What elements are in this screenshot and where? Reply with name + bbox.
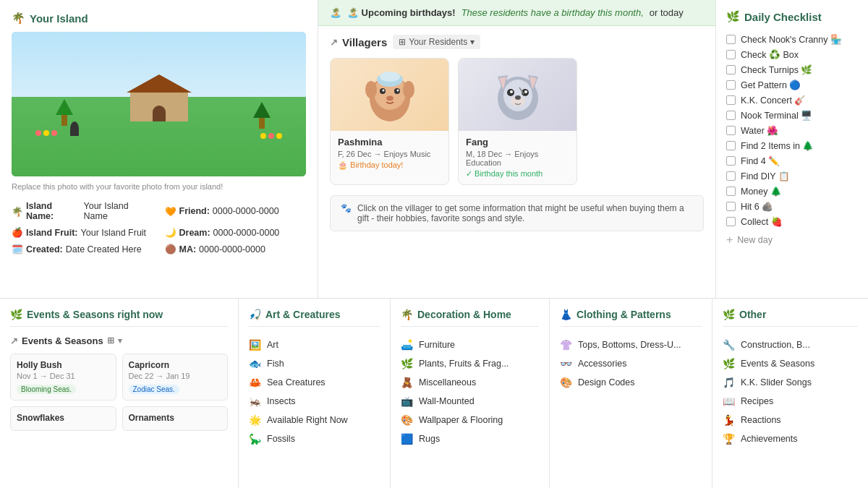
menu-item[interactable]: 🎨Wallpaper & Flooring <box>401 411 539 429</box>
villager-card-pashmina[interactable]: Pashmina F, 26 Dec → Enjoys Music 🎂 Birt… <box>330 58 449 185</box>
menu-item-icon: 🟦 <box>401 433 413 445</box>
bottom-row: 🌿 Events & Seasons right now ↗ Events & … <box>0 298 868 489</box>
menu-item[interactable]: 🎨Design Codes <box>560 373 702 392</box>
new-day-button[interactable]: + New day <box>726 229 858 247</box>
event-card[interactable]: Ornaments <box>122 406 229 431</box>
checklist-item-text: Find 4 ✏️ <box>741 155 780 166</box>
menu-item[interactable]: 🌿Events & Seasons <box>723 354 858 373</box>
checkbox-9[interactable] <box>726 171 736 181</box>
checkbox-0[interactable] <box>726 35 736 44</box>
house-body <box>130 93 188 121</box>
checklist-item[interactable]: K.K. Concert 🎸 <box>726 93 858 108</box>
checklist-item[interactable]: Find 2 Items in 🌲 <box>726 138 858 153</box>
checklist-item-text: Find DIY 📋 <box>741 171 790 181</box>
event-dates: Dec 22 → Jan 19 <box>129 372 222 380</box>
event-card[interactable]: Capricorn Dec 22 → Jan 19 Zodiac Seas. <box>122 354 229 401</box>
menu-item[interactable]: 🛋️Furniture <box>401 335 539 354</box>
checklist-item[interactable]: Collect 🍓 <box>726 214 858 229</box>
island-photo <box>12 32 306 176</box>
checklist-item[interactable]: Hit 6 🪨 <box>726 199 858 214</box>
checklist-item-text: Money 🌲 <box>741 186 782 197</box>
checkbox-7[interactable] <box>726 141 736 150</box>
checklist-item[interactable]: Check ♻️ Box <box>726 47 858 62</box>
checklist-item-text: Nook Terminal 🖥️ <box>741 110 812 121</box>
svg-point-8 <box>386 96 393 101</box>
events-header: ↗ Events & Seasons ⊞ ▾ <box>10 335 228 346</box>
checkbox-1[interactable] <box>726 50 736 59</box>
menu-item-icon: 🌿 <box>723 358 735 369</box>
villager-card-fang[interactable]: Fang M, 18 Dec → Enjoys Education ✓ Birt… <box>458 58 577 185</box>
svg-point-10 <box>380 72 400 82</box>
menu-item[interactable]: 🎵K.K. Slider Songs <box>723 373 858 392</box>
checklist-item[interactable]: Nook Terminal 🖥️ <box>726 108 858 123</box>
clothing-patterns-title: 👗 Clothing & Patterns <box>560 309 702 327</box>
menu-item[interactable]: 🧸Miscellaneous <box>401 373 539 392</box>
checkbox-6[interactable] <box>726 126 736 135</box>
house-roof <box>127 74 192 93</box>
checkbox-4[interactable] <box>726 95 736 105</box>
villager-info-pashmina: Pashmina F, 26 Dec → Enjoys Music 🎂 Birt… <box>331 131 448 176</box>
event-name: Holly Bush <box>17 360 110 370</box>
checklist-item[interactable]: Find DIY 📋 <box>726 168 858 184</box>
middle-column: 🏝️ 🏝️ Upcoming birthdays! These resident… <box>318 0 716 298</box>
menu-item[interactable]: 💃Reactions <box>723 411 858 429</box>
residents-grid-icon: ⊞ <box>399 37 406 47</box>
menu-item-icon: 👓 <box>560 358 572 369</box>
svg-point-19 <box>510 90 513 93</box>
checkbox-5[interactable] <box>726 111 736 120</box>
menu-item-label: Reactions <box>741 415 781 425</box>
menu-item-label: Recipes <box>741 396 773 406</box>
menu-item-label: Plants, Fruits & Frag... <box>419 359 509 369</box>
menu-item[interactable]: 🐟Fish <box>249 354 380 373</box>
menu-item[interactable]: 🖼️Art <box>249 335 380 354</box>
menu-item[interactable]: 🦕Fossils <box>249 429 380 448</box>
checkbox-10[interactable] <box>726 187 736 196</box>
menu-item[interactable]: 👓Accessories <box>560 354 702 373</box>
menu-item[interactable]: 👚Tops, Bottoms, Dress-U... <box>560 335 702 354</box>
island-fruit-item: 🍎 Island Fruit: Your Island Fruit <box>12 226 153 239</box>
menu-item[interactable]: 🦗Insects <box>249 392 380 411</box>
checkbox-2[interactable] <box>726 65 736 74</box>
checklist-item[interactable]: Water 🌺 <box>726 123 858 138</box>
paw-icon: 🐾 <box>341 203 352 223</box>
checklist-item[interactable]: Find 4 ✏️ <box>726 153 858 168</box>
menu-item[interactable]: 🏆Achievements <box>723 429 858 448</box>
flower-red-2 <box>51 130 57 136</box>
menu-item-icon: 🧸 <box>401 377 413 388</box>
island-title-icon: 🌴 <box>12 12 25 25</box>
menu-item[interactable]: 📺Wall-Mounted <box>401 392 539 411</box>
residents-badge[interactable]: ⊞ Your Residents ▾ <box>393 35 480 49</box>
checkbox-8[interactable] <box>726 156 736 166</box>
menu-item[interactable]: 🔧Construction, B... <box>723 335 858 354</box>
checklist-item-text: Find 2 Items in 🌲 <box>741 140 814 151</box>
checklist-items: Check Nook's Cranny 🏪Check ♻️ BoxCheck T… <box>726 32 858 229</box>
menu-item[interactable]: 📖Recipes <box>723 392 858 411</box>
checklist-item[interactable]: Get Pattern 🔵 <box>726 77 858 93</box>
menu-item[interactable]: 🦀Sea Creatures <box>249 373 380 392</box>
checkbox-12[interactable] <box>726 217 736 226</box>
events-grid-icon: ⊞ <box>107 335 114 346</box>
art-creatures-title: 🎣 Art & Creatures <box>249 309 380 327</box>
event-card[interactable]: Snowflakes <box>10 406 116 431</box>
checklist-item[interactable]: Money 🌲 <box>726 184 858 199</box>
checklist-title-icon: 🌿 <box>726 10 740 23</box>
checklist-item[interactable]: Check Nook's Cranny 🏪 <box>726 32 858 47</box>
events-seasons-section: 🌿 Events & Seasons right now ↗ Events & … <box>0 299 239 489</box>
menu-item[interactable]: 🌿Plants, Fruits & Frag... <box>401 354 539 373</box>
menu-item[interactable]: 🟦Rugs <box>401 429 539 448</box>
menu-item-icon: 🎨 <box>560 377 572 388</box>
checklist-item-text: Get Pattern 🔵 <box>741 80 801 90</box>
photo-caption: Replace this photo with your favorite ph… <box>12 182 306 191</box>
other-section: 🌿 Other 🔧Construction, B...🌿Events & Sea… <box>712 299 868 489</box>
menu-item[interactable]: 🌟Available Right Now <box>249 411 380 429</box>
event-card[interactable]: Holly Bush Nov 1 → Dec 31 Blooming Seas. <box>10 354 116 401</box>
tree-trunk-left <box>61 115 67 126</box>
checklist-item[interactable]: Check Turnips 🌿 <box>726 62 858 77</box>
menu-item-icon: 🐟 <box>249 358 261 369</box>
menu-item-icon: 🏆 <box>723 433 735 445</box>
house-door <box>153 106 166 121</box>
decoration-home-section: 🌴 Decoration & Home 🛋️Furniture🌿Plants, … <box>391 299 550 489</box>
checkbox-3[interactable] <box>726 80 736 90</box>
dream-code-item: 🌙 Dream: 0000-0000-0000 <box>165 226 307 239</box>
checkbox-11[interactable] <box>726 202 736 211</box>
